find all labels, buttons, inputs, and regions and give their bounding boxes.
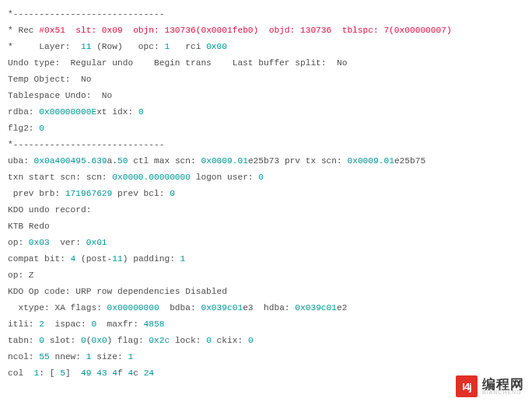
dump-token: compat bit: <box>8 254 71 264</box>
dump-token: txn start scn: scn: <box>8 173 112 182</box>
dump-token: 49 <box>81 368 91 378</box>
dump-token: 11 <box>81 42 91 51</box>
dump-token: 2 <box>39 319 44 329</box>
dump-token: ispac: <box>44 319 91 329</box>
dump-token: col <box>8 368 34 378</box>
dump-line: xtype: XA flags: 0x00000000 bdba: 0x039c… <box>8 300 524 316</box>
dump-token: lock: <box>170 336 206 345</box>
dump-token <box>107 238 117 247</box>
dump-token: nnew: <box>50 352 86 361</box>
dump-token: 0x0009.01 <box>201 156 247 166</box>
dump-token: uba: <box>8 156 34 166</box>
dump-token: : [ <box>39 368 60 378</box>
dump-token: 171967629 <box>65 189 112 198</box>
dump-line: Undo type: Regular undo Begin trans Last… <box>8 55 524 72</box>
watermark-badge: l4j <box>456 375 478 397</box>
undo-record-dump: *-----------------------------* Rec #0x5… <box>0 0 532 393</box>
dump-line: KDO Op code: URP row dependencies Disabl… <box>8 284 524 300</box>
dump-token: bdba: <box>159 303 201 312</box>
dump-token: e2 <box>337 303 347 312</box>
dump-token: 0 <box>138 107 144 117</box>
dump-line: compat bit: 4 (post-11) padding: 1 <box>8 251 524 267</box>
dump-token: 50 <box>117 156 128 166</box>
dump-token: 43 4 <box>96 368 117 378</box>
watermark-badge-text: l4j <box>462 379 471 395</box>
dump-token: 0x03 <box>29 238 50 247</box>
dump-token: Temp Object: No <box>8 75 96 84</box>
dump-token: Undo type: Regular undo Begin trans Last… <box>8 58 352 68</box>
dump-token: 1 <box>128 352 133 361</box>
dump-token: itli: <box>8 319 39 329</box>
dump-token: maxfr: <box>96 319 143 329</box>
dump-token: rci <box>170 42 206 51</box>
dump-token: 0 <box>258 173 264 182</box>
dump-token: * Layer: <box>8 42 81 51</box>
watermark-text-col: 编程网 BIANCHENG <box>482 378 524 395</box>
dump-line: *----------------------------- <box>8 6 524 23</box>
dump-token: (post- <box>75 254 112 264</box>
dump-token: 0x039c01 <box>201 303 243 312</box>
dump-line: rdba: 0x00000000Ext idx: 0 <box>8 104 524 120</box>
dump-token: 0x00000000 <box>107 303 159 312</box>
dump-line: itli: 2 ispac: 0 maxfr: 4858 <box>8 316 524 333</box>
dump-token: 0 <box>81 336 86 345</box>
dump-token: 0x0009.01 <box>347 156 394 166</box>
dump-token: ) flag: <box>107 336 149 345</box>
dump-token: xtype: XA flags: <box>8 303 107 312</box>
dump-token: a. <box>107 156 117 166</box>
dump-token: f <box>117 368 128 378</box>
dump-token: ncol: <box>8 352 39 361</box>
dump-token: 0x00 <box>206 42 227 51</box>
dump-token: * Rec <box>8 26 39 35</box>
dump-line: Tablespace Undo: No <box>8 88 524 104</box>
dump-line: * Layer: 11 (Row) opc: 1 rci 0x00 <box>8 39 524 55</box>
dump-token: ver: <box>50 238 86 247</box>
dump-token: 0x00000000E <box>39 107 96 117</box>
dump-token: 4858 <box>144 319 165 329</box>
dump-line: KTB Redo <box>8 218 524 235</box>
dump-token: op: Z <box>8 271 34 280</box>
dump-token: 0 <box>206 336 212 345</box>
watermark: l4j 编程网 BIANCHENG <box>456 375 524 397</box>
dump-token: 0x01 <box>86 238 107 247</box>
dump-token: rdba: <box>8 107 39 117</box>
dump-token: KDO Op code: URP row dependencies Disabl… <box>8 287 227 296</box>
dump-line: Temp Object: No <box>8 72 524 88</box>
dump-line: txn start scn: scn: 0x0000.00000000 logo… <box>8 169 524 186</box>
dump-token: e3 hdba: <box>243 303 295 312</box>
dump-token: xt idx: <box>96 107 138 117</box>
dump-token: op: <box>8 238 29 247</box>
dump-token: tabn: <box>8 336 39 345</box>
dump-token: 11 <box>112 254 122 264</box>
dump-token: logon user: <box>191 173 258 182</box>
dump-token: #0x51 slt: 0x09 objn: 130736(0x0001feb0)… <box>39 26 451 35</box>
dump-token: ctl max scn: <box>128 156 201 166</box>
dump-token: prev bcl: <box>112 189 170 198</box>
dump-token: e25b75 <box>394 156 425 166</box>
dump-token: c <box>133 368 143 378</box>
dump-token: KTB Redo <box>8 222 54 231</box>
dump-line: * Rec #0x51 slt: 0x09 objn: 130736(0x000… <box>8 23 524 39</box>
dump-token: 0x0 <box>91 336 107 345</box>
dump-line: flg2: 0 <box>8 120 524 137</box>
dump-token: e25b73 prv tx scn: <box>248 156 348 166</box>
dump-token: flg2: <box>8 124 39 133</box>
dump-token: KDO undo record: <box>8 205 91 215</box>
dump-token: prev brb: <box>8 189 65 198</box>
dump-line: col 1: [ 5] 49 43 4f 4c 24 <box>8 365 524 382</box>
dump-token: *----------------------------- <box>8 140 164 149</box>
dump-line: tabn: 0 slot: 0(0x0) flag: 0x2c lock: 0 … <box>8 333 524 349</box>
dump-token: 0 <box>39 124 44 133</box>
dump-line: *----------------------------- <box>8 137 524 153</box>
dump-token: 0 <box>39 336 44 345</box>
dump-token: ckix: <box>212 336 248 345</box>
dump-token: ) padding: <box>123 254 180 264</box>
watermark-subtext: BIANCHENG <box>482 389 524 395</box>
dump-line: ncol: 55 nnew: 1 size: 1 <box>8 349 524 365</box>
dump-line: op: Z <box>8 267 524 284</box>
dump-token: 0 <box>170 189 175 198</box>
dump-line: uba: 0x0a400495.639a.50 ctl max scn: 0x0… <box>8 153 524 169</box>
dump-token: 0x039c01 <box>295 303 337 312</box>
dump-token: 5 <box>60 368 65 378</box>
dump-line: KDO undo record: <box>8 202 524 218</box>
